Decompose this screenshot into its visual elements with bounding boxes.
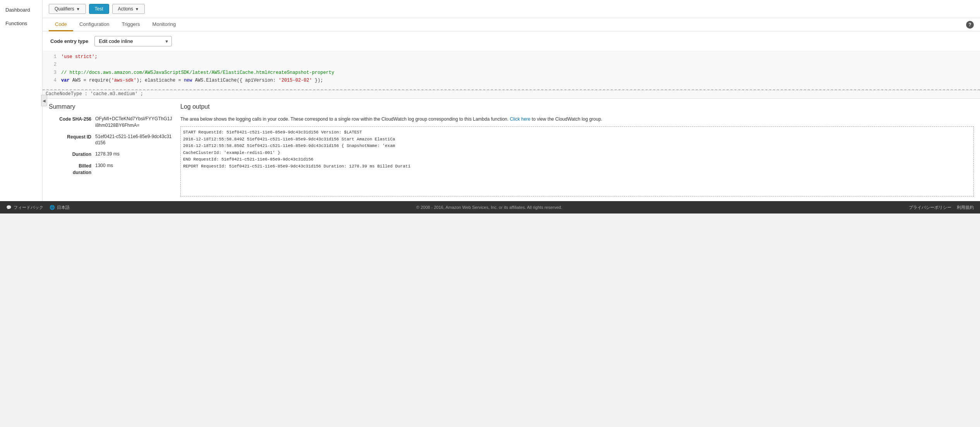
footer-right: プライバシーポリシー 利用規約	[909, 205, 974, 210]
sidebar-item-dashboard[interactable]: Dashboard	[0, 3, 42, 17]
code-entry-label: Code entry type	[50, 38, 88, 44]
summary-row-billed: Billedduration 1300 ms	[49, 162, 173, 176]
log-description: The area below shows the logging calls i…	[180, 116, 974, 123]
qualifiers-arrow: ▼	[76, 7, 80, 11]
actions-button[interactable]: Actions ▼	[112, 4, 145, 14]
qualifiers-button[interactable]: Qualifiers ▼	[49, 4, 86, 14]
summary-row-sha: Code SHA-256 OFyMI+DCTeKNd7Ybsl/FYYGThG1…	[49, 116, 173, 129]
summary-label-request-id: Request ID	[49, 133, 91, 140]
summary-panel: Summary Code SHA-256 OFyMI+DCTeKNd7Ybsl/…	[49, 103, 173, 196]
log-line-2: 2016-12-18T12:55:58.849Z 51ef0421-c521-1…	[183, 136, 971, 143]
code-entry-select-wrapper: Edit code inline	[94, 36, 172, 46]
log-line-3: 2016-12-18T12:55:58.850Z 51ef0421-c521-1…	[183, 143, 971, 150]
footer-left: 💬 フィードバック 🌐 日本語	[6, 205, 70, 210]
feedback-label: フィードバック	[14, 205, 43, 210]
language-label: 日本語	[57, 205, 70, 210]
summary-label-billed: Billedduration	[49, 162, 91, 176]
log-panel: Log output The area below shows the logg…	[180, 103, 974, 196]
summary-table: Code SHA-256 OFyMI+DCTeKNd7Ybsl/FYYGThG1…	[49, 116, 173, 176]
line-num-1: 1	[46, 53, 57, 61]
log-desc-text: The area below shows the logging calls i…	[180, 116, 509, 122]
tab-code[interactable]: Code	[49, 18, 73, 31]
code-content-3: // http://docs.aws.amazon.com/AWSJavaScr…	[61, 69, 334, 77]
code-line-1: 1 'use strict';	[43, 51, 980, 61]
privacy-link[interactable]: プライバシーポリシー	[909, 205, 951, 210]
summary-value-request-id: 51ef0421-c521-11e6-85e9-9dc43c31d156	[95, 133, 173, 147]
log-line-5: END RequestId: 51ef0421-c521-11e6-85e9-9…	[183, 156, 971, 163]
line-num-4: 4	[46, 77, 57, 84]
log-box: START RequestId: 51ef0421-c521-11e6-85e9…	[180, 126, 974, 196]
summary-row-duration: Duration 1278.39 ms	[49, 151, 173, 158]
code-entry-select[interactable]: Edit code inline	[94, 36, 172, 46]
help-icon[interactable]: ?	[966, 21, 974, 29]
code-line-3: 3 // http://docs.aws.amazon.com/AWSJavaS…	[43, 69, 980, 77]
tab-triggers[interactable]: Triggers	[115, 18, 146, 31]
summary-value-duration: 1278.39 ms	[95, 151, 120, 157]
footer-copyright: © 2008 - 2016, Amazon Web Services, Inc.…	[70, 205, 909, 210]
app-container: Dashboard Functions ◀ Qualifiers ▼ Test …	[0, 0, 980, 214]
tab-configuration[interactable]: Configuration	[73, 18, 115, 31]
code-content-1: 'use strict';	[61, 53, 98, 61]
test-button[interactable]: Test	[89, 4, 109, 14]
content-area: Qualifiers ▼ Test Actions ▼ Code Configu…	[43, 0, 980, 201]
language-icon: 🌐	[50, 205, 55, 210]
tab-monitoring[interactable]: Monitoring	[146, 18, 182, 31]
actions-arrow: ▼	[135, 7, 139, 11]
sidebar-collapse-arrow[interactable]: ◀	[41, 95, 47, 106]
feedback-icon: 💬	[6, 205, 12, 210]
log-title: Log output	[180, 103, 974, 110]
log-desc-suffix: to view the CloudWatch log group.	[531, 116, 603, 122]
summary-title: Summary	[49, 103, 173, 110]
summary-label-sha: Code SHA-256	[49, 116, 91, 123]
footer: 💬 フィードバック 🌐 日本語 © 2008 - 2016, Amazon We…	[0, 201, 980, 214]
code-section: Code entry type Edit code inline 1 'use …	[43, 31, 980, 99]
language-item[interactable]: 🌐 日本語	[50, 205, 70, 210]
code-editor[interactable]: 1 'use strict'; 2 3 // http://docs.aws.a…	[43, 51, 980, 90]
tabs-bar: Code Configuration Triggers Monitoring ?	[43, 18, 980, 31]
summary-value-sha: OFyMI+DCTeKNd7Ybsl/FYYGThG1Ji8hm0128BY6F…	[95, 116, 173, 129]
summary-label-duration: Duration	[49, 151, 91, 158]
line-num-2: 2	[46, 61, 57, 68]
summary-value-billed: 1300 ms	[95, 162, 113, 169]
sidebar-item-functions[interactable]: Functions	[0, 17, 42, 30]
actions-label: Actions	[118, 6, 133, 12]
code-content-2	[61, 61, 64, 68]
sidebar: Dashboard Functions ◀	[0, 0, 43, 201]
line-num-3: 3	[46, 69, 57, 77]
qualifiers-label: Qualifiers	[55, 6, 74, 12]
test-label: Test	[95, 6, 103, 12]
code-line-4: 4 var AWS = require('aws-sdk'); elastica…	[43, 77, 980, 84]
toolbar: Qualifiers ▼ Test Actions ▼	[43, 0, 980, 18]
summary-row-request-id: Request ID 51ef0421-c521-11e6-85e9-9dc43…	[49, 133, 173, 147]
log-line-1: START RequestId: 51ef0421-c521-11e6-85e9…	[183, 129, 971, 136]
code-content-4: var AWS = require('aws-sdk'); elasticach…	[61, 77, 323, 84]
terms-link[interactable]: 利用規約	[957, 205, 974, 210]
bottom-panels: Summary Code SHA-256 OFyMI+DCTeKNd7Ybsl/…	[43, 99, 980, 201]
code-line-2: 2	[43, 61, 980, 68]
main-layout: Dashboard Functions ◀ Qualifiers ▼ Test …	[0, 0, 980, 201]
code-entry-row: Code entry type Edit code inline	[43, 31, 980, 51]
log-line-4: CacheClusterId: 'example-redis1-001' }	[183, 150, 971, 157]
log-click-here-link[interactable]: Click here	[510, 116, 530, 122]
log-line-6: REPORT RequestId: 51ef0421-c521-11e6-85e…	[183, 163, 971, 170]
feedback-item[interactable]: 💬 フィードバック	[6, 205, 43, 210]
code-truncated-line: CacheNodeType : 'cache.m3.medium' ;	[43, 90, 980, 98]
